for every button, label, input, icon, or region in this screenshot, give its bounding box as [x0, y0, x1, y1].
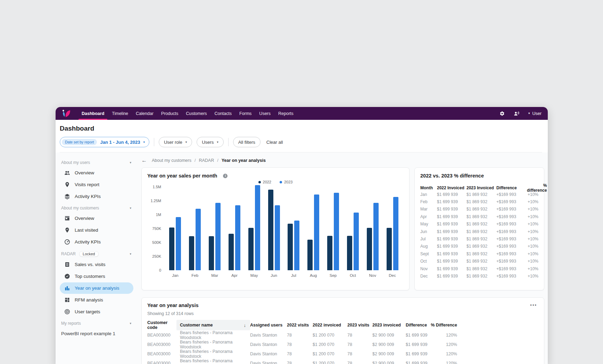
cell: $1 699 939 — [437, 192, 466, 197]
locked-badge: Locked — [79, 251, 98, 257]
all-filters-button[interactable]: All filters — [233, 137, 261, 147]
bar-2023-apr — [235, 205, 240, 270]
legend-item-2022[interactable]: 2022 — [258, 180, 271, 184]
legend-item-2023[interactable]: 2023 — [280, 180, 292, 184]
sidebar-section-radar[interactable]: RADARLocked▾ — [60, 251, 133, 257]
table-row[interactable]: BEA003000Bears fisheries - Panorama Wood… — [147, 358, 538, 364]
breadcrumb-item[interactable]: RADAR — [199, 158, 214, 163]
user-voice-icon[interactable] — [514, 111, 519, 116]
comparison-row-sept: Sept$1 699 939$1 869 932+$169 993+10% — [420, 250, 538, 257]
sidebar-section-about-my-users[interactable]: About my users▾ — [60, 160, 133, 165]
nav-item-calendar[interactable]: Calendar — [132, 107, 157, 120]
legend-dot — [258, 181, 261, 183]
nav-item-users[interactable]: Users — [255, 107, 274, 120]
column-header-2023-invoiced[interactable]: 2023 invoiced — [372, 323, 406, 328]
cell: BEA003000 — [147, 342, 176, 347]
chart-card: Year on year sales per month i 20222023 … — [141, 167, 410, 290]
column-header-customer-name[interactable]: Customer name↓ — [176, 320, 250, 330]
bar-pair — [209, 203, 221, 270]
sidebar-item-overview[interactable]: Overview — [60, 213, 133, 224]
sidebar-item-powerbi-report-example-1[interactable]: PowerBI report example 1 — [60, 328, 133, 339]
cell: +$169 993 — [496, 229, 527, 234]
cell: $2 900 009 — [372, 351, 406, 356]
column-header-2022-visits[interactable]: 2022 visits — [287, 323, 313, 328]
sidebar-item-activity-kpis[interactable]: Activity KPIs — [60, 191, 133, 202]
bar-chart: 1.5M1.25M1M750K500K250K0 JanFebMarAprMay… — [147, 187, 404, 279]
cell: $1 869 932 — [466, 207, 496, 212]
table-row[interactable]: BEA003000Bears fisheries - Panorama Wood… — [147, 340, 538, 349]
column-header: 2022 Invoiced — [437, 185, 466, 190]
column-header-difference[interactable]: Difference — [406, 323, 429, 328]
sidebar-item-year-on-year-analysis[interactable]: Year on year analysis — [60, 282, 133, 294]
sidebar-section-label: About my users — [61, 160, 90, 165]
user-menu[interactable]: ▾ User — [528, 111, 542, 116]
sidebar-item-rfm-analysis[interactable]: RFM analysis — [60, 294, 133, 306]
nav-item-dashboard[interactable]: Dashboard — [78, 107, 108, 120]
nav-item-reports[interactable]: Reports — [274, 107, 297, 120]
x-axis-label: Jun — [271, 273, 277, 279]
cell: Bears fisheries - Panorama Woodstock — [176, 330, 250, 340]
table-row[interactable]: BEA003000Bears fisheries - Panorama Wood… — [147, 349, 538, 358]
clear-all-button[interactable]: Clear all — [265, 140, 284, 145]
user-role-filter-button[interactable]: User role ▾ — [159, 137, 192, 147]
nav-item-forms[interactable]: Forms — [236, 107, 255, 120]
bar-2023-feb — [196, 209, 201, 270]
sidebar-item-user-targets[interactable]: User targets — [60, 306, 133, 317]
sidebar-item-overview[interactable]: Overview — [60, 167, 133, 179]
sidebar-item-last-visited[interactable]: Last visited — [60, 224, 133, 236]
comparison-row-feb: Feb$1 699 939$1 869 932+$169 993+10% — [420, 198, 538, 205]
sidebar-section-label: My reports — [61, 321, 81, 326]
column-header-assigned-users[interactable]: Assigned users — [250, 323, 287, 328]
cell: 78 — [287, 351, 313, 356]
chevron-down-icon: ▾ — [130, 322, 131, 325]
breadcrumb-separator: / — [195, 158, 196, 163]
cell: +10% — [527, 207, 538, 212]
nav-item-products[interactable]: Products — [157, 107, 182, 120]
breadcrumb: ← About my customers / RADAR / Year on y… — [141, 158, 544, 163]
cell: +10% — [527, 259, 538, 264]
info-icon[interactable]: i — [223, 174, 228, 178]
cell: +10% — [527, 199, 538, 204]
cell: 78 — [287, 333, 313, 338]
analysis-table-header: Customer codeCustomer name↓Assigned user… — [147, 320, 538, 330]
y-axis-tick: 1.25M — [150, 199, 161, 203]
column-header-2022-invoiced[interactable]: 2022 invoiced — [313, 323, 347, 328]
app-logo-icon[interactable] — [60, 109, 71, 118]
sidebar-item-top-customers[interactable]: Top customers — [60, 271, 133, 282]
bar-2022-jun — [268, 190, 273, 270]
breadcrumb-item[interactable]: About my customers — [152, 158, 191, 163]
bar-group-oct: Oct — [347, 213, 359, 279]
column-header-customer-code[interactable]: Customer code — [147, 320, 176, 330]
sidebar-item-label: Top customers — [75, 274, 105, 279]
comparison-row-may: May$1 699 939$1 869 932+$169 993+10% — [420, 221, 538, 228]
bar-2022-feb — [189, 236, 194, 270]
sidebar-item-visits-report[interactable]: Visits report — [60, 179, 133, 190]
column-header--difference[interactable]: % Difference — [429, 323, 457, 328]
back-arrow-icon[interactable]: ← — [141, 158, 147, 163]
sidebar-section-my-reports[interactable]: My reports▾ — [60, 321, 133, 326]
column-header-2023-visits[interactable]: 2023 visits — [347, 323, 372, 328]
nav-item-contacts[interactable]: Contacts — [211, 107, 236, 120]
cell: 78 — [347, 351, 372, 356]
sidebar-item-label: Visits report — [75, 182, 99, 187]
cell: 120% — [429, 333, 457, 338]
cell: Bears fisheries - Panorama Woodstock — [176, 358, 250, 364]
sidebar-item-label: Activity KPIs — [75, 194, 101, 199]
nav-item-customers[interactable]: Customers — [182, 107, 210, 120]
cell: $1 869 932 — [466, 214, 496, 219]
sidebar-item-activity-kpis[interactable]: Activity KPIs — [60, 236, 133, 248]
sidebar-section-about-my-customers[interactable]: About my customers▾ — [60, 206, 133, 210]
y-axis-tick: 1M — [156, 213, 161, 217]
bar-2023-oct — [354, 213, 359, 270]
y-axis-tick: 1.5M — [153, 185, 161, 189]
more-options-icon[interactable]: ••• — [529, 302, 538, 308]
breadcrumb-separator: / — [217, 158, 218, 163]
nav-item-timeline[interactable]: Timeline — [108, 107, 132, 120]
settings-gear-icon[interactable] — [499, 111, 505, 116]
date-filter-button[interactable]: Date set by report Jan 1 - Jun 4, 2023 ▾ — [60, 137, 149, 147]
cell: $2 900 009 — [372, 361, 406, 364]
users-filter-button[interactable]: Users ▾ — [197, 137, 223, 147]
x-axis-label: May — [250, 273, 258, 279]
sidebar-item-sales-vs-visits[interactable]: Sales vs. visits — [60, 259, 133, 270]
table-row[interactable]: BEA003000Bears fisheries - Panorama Wood… — [147, 330, 538, 340]
